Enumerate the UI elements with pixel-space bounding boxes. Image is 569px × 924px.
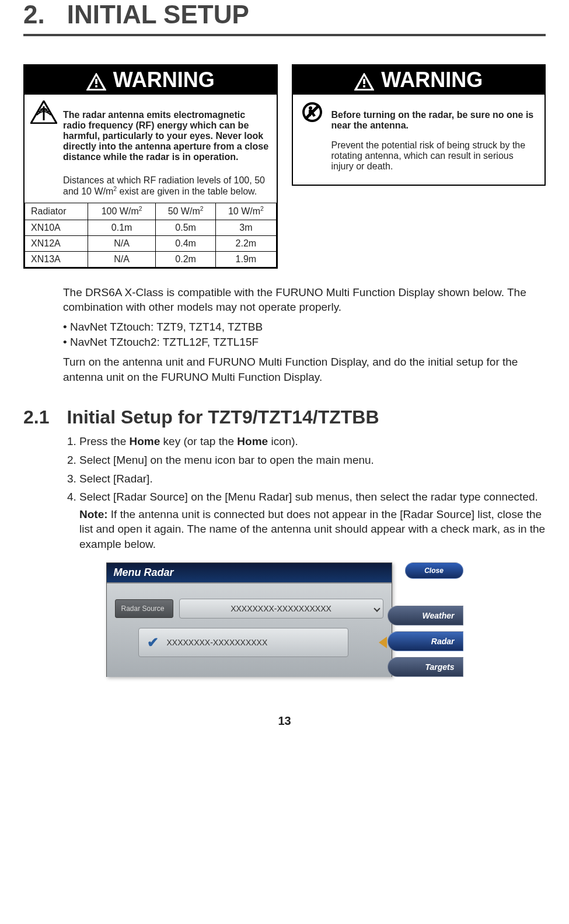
warning-label: WARNING <box>113 68 215 92</box>
radar-source-label: Radar Source <box>115 599 173 618</box>
table-row: XN10A0.1m0.5m3m <box>25 220 277 235</box>
chevron-down-icon <box>373 605 380 612</box>
table-row: XN12AN/A0.4m2.2m <box>25 235 277 251</box>
svg-rect-2 <box>95 79 97 84</box>
subchapter-number: 2.1 <box>23 407 49 428</box>
prohibit-icon <box>299 100 326 124</box>
step-1: Press the Home key (or tap the Home icon… <box>79 434 546 449</box>
table-header: 100 W/m2 <box>88 203 156 220</box>
subchapter-title: Initial Setup for TZT9/TZT14/TZTBB <box>67 407 379 428</box>
step-4: Select [Radar Source] on the [Menu Radar… <box>79 489 546 552</box>
tab-weather[interactable]: Weather <box>388 606 463 626</box>
compat-intro: The DRS6A X-Class is compatible with the… <box>63 285 546 315</box>
radar-source-option[interactable]: ✔ XXXXXXXX-XXXXXXXXXX <box>138 628 348 657</box>
check-icon: ✔ <box>147 634 159 651</box>
warning-antenna-bold: Before turning on the radar, be sure no … <box>331 110 538 131</box>
step-2: Select [Menu] on the menu icon bar to op… <box>79 453 546 468</box>
list-item: • NavNet TZtouch: TZT9, TZT14, TZTBB <box>63 321 546 334</box>
rf-distance-table: Radiator100 W/m250 W/m210 W/m2 XN10A0.1m… <box>25 203 277 267</box>
compat-outro: Turn on the antenna unit and FURUNO Mult… <box>63 355 546 384</box>
rf-hazard-icon <box>30 100 57 124</box>
chapter-title: INITIAL SETUP <box>67 0 249 29</box>
warning-rf-text: The radar antenna emits electromagnetic … <box>63 110 270 162</box>
step-3: Select [Radar]. <box>79 471 546 487</box>
compat-list: • NavNet TZtouch: TZT9, TZT14, TZTBB• Na… <box>63 321 546 349</box>
table-header: Radiator <box>25 203 88 220</box>
page-number: 13 <box>23 714 546 728</box>
radar-source-value[interactable]: XXXXXXXX-XXXXXXXXXX <box>179 599 383 619</box>
warning-header: WARNING <box>25 65 277 95</box>
tab-radar[interactable]: Radar <box>388 631 463 651</box>
warning-header: WARNING <box>293 65 545 95</box>
menu-title: Menu Radar <box>107 563 392 583</box>
warning-rf-subtext: Distances at which RF radiation levels o… <box>25 175 277 203</box>
svg-point-12 <box>309 106 312 110</box>
svg-rect-8 <box>363 85 365 88</box>
warning-box-rf: WARNING The radar antenna emits electrom… <box>23 64 278 269</box>
table-header: 50 W/m2 <box>155 203 215 220</box>
svg-rect-7 <box>363 79 365 84</box>
close-button[interactable]: Close <box>405 562 463 579</box>
subchapter-heading: 2.1 Initial Setup for TZT9/TZT14/TZTBB <box>23 407 546 428</box>
table-header: 10 W/m2 <box>216 203 276 220</box>
table-row: XN13AN/A0.2m1.9m <box>25 251 277 267</box>
setup-steps: Press the Home key (or tap the Home icon… <box>63 434 546 551</box>
radar-source-row[interactable]: Radar Source XXXXXXXX-XXXXXXXXXX <box>115 599 383 619</box>
menu-radar-pane: Menu Radar Radar Source XXXXXXXX-XXXXXXX… <box>106 562 392 677</box>
warning-box-antenna: WARNING Before turning on the radar, be … <box>292 64 546 186</box>
svg-rect-3 <box>95 85 97 88</box>
chapter-number: 2. <box>23 0 45 29</box>
warning-antenna-body: Prevent the potential risk of being stru… <box>331 140 538 172</box>
list-item: • NavNet TZtouch2: TZTL12F, TZTL15F <box>63 336 546 349</box>
side-tab-panel: Close Weather Radar Targets <box>388 562 463 677</box>
warning-label: WARNING <box>381 68 483 92</box>
warning-icon <box>86 71 106 89</box>
tab-targets[interactable]: Targets <box>388 657 463 677</box>
menu-radar-figure: Menu Radar Radar Source XXXXXXXX-XXXXXXX… <box>106 562 463 679</box>
chapter-heading: 2. INITIAL SETUP <box>23 0 546 36</box>
warning-icon <box>354 71 374 89</box>
